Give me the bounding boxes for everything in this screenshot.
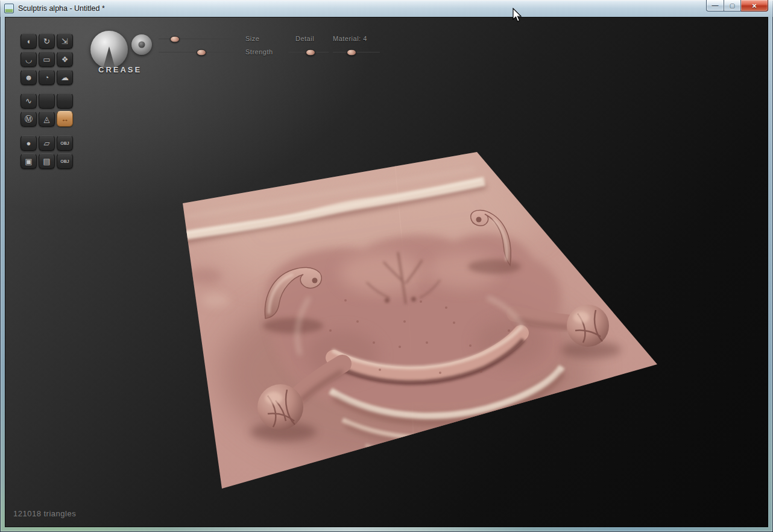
brush-preview-sphere[interactable]: [90, 31, 128, 68]
pinch-tool-icon: ◔: [45, 74, 49, 81]
open-button[interactable]: ▤: [39, 153, 55, 169]
option-b-button[interactable]: [57, 93, 73, 109]
strength-slider-handle[interactable]: [197, 49, 206, 56]
active-brush-label: CREASE: [98, 65, 142, 74]
save-button[interactable]: ▣: [21, 153, 37, 169]
reduce-brush-icon: ∿: [25, 97, 32, 105]
strength-slider[interactable]: [159, 49, 241, 56]
desktop-background: Sculptris alpha - Untitled * — ▢ ×: [0, 0, 773, 532]
smooth-tool-icon: ☁: [61, 74, 69, 81]
maximize-button[interactable]: ▢: [724, 0, 741, 11]
crease-notch-icon: [101, 46, 117, 67]
open-icon: ▤: [43, 157, 50, 165]
detail-label: Detail: [295, 35, 314, 42]
draw-tool-button[interactable]: ◖: [21, 33, 37, 49]
save-icon: ▣: [25, 157, 32, 165]
scale-tool-icon: ⇲: [62, 37, 68, 45]
size-slider-handle[interactable]: [170, 36, 180, 43]
grab-tool-icon: ❖: [62, 55, 69, 63]
rotate-tool-button[interactable]: ↻: [39, 33, 55, 49]
import-obj-button[interactable]: OBJ: [57, 135, 73, 151]
window-title: Sculptris alpha - Untitled *: [18, 0, 105, 17]
sculpt-tool-grid: ◖ ↻ ⇲ ◡ ▭ ❖ ☻ ◔ ☁: [21, 33, 73, 85]
flatten-tool-icon: ▭: [43, 55, 50, 63]
crease-tool-icon: ◡: [25, 55, 32, 63]
option-tool-grid: ∿ Ⓜ ◬ ↔: [21, 93, 73, 127]
reduce-brush-button[interactable]: ∿: [21, 93, 37, 109]
brush-alpha-sphere[interactable]: [131, 34, 152, 55]
size-label: Size: [245, 35, 259, 42]
inflate-tool-button[interactable]: ☻: [21, 69, 37, 85]
new-sphere-button[interactable]: ●: [21, 135, 37, 151]
wireframe-icon: ◬: [44, 115, 50, 123]
viewport-canvas[interactable]: ◖ ↻ ⇲ ◡ ▭ ❖ ☻ ◔ ☁ ∿ Ⓜ ◬ ↔ ● ▱ OB: [5, 17, 768, 527]
export-obj-icon: OBJ: [60, 159, 69, 163]
symmetry-button[interactable]: ↔: [57, 111, 73, 127]
maximize-icon: ▢: [730, 2, 735, 9]
strength-label: Strength: [245, 48, 273, 55]
new-plane-icon: ▱: [44, 139, 50, 147]
triangle-count-status: 121018 triangles: [13, 509, 76, 518]
app-window: Sculptris alpha - Untitled * — ▢ ×: [0, 0, 773, 532]
flatten-tool-button[interactable]: ▭: [39, 51, 55, 67]
scale-tool-button[interactable]: ⇲: [57, 33, 73, 49]
draw-tool-icon: ◖: [27, 37, 31, 45]
crease-tool-button[interactable]: ◡: [21, 51, 37, 67]
close-icon: ×: [752, 1, 757, 10]
file-tool-grid: ● ▱ OBJ ▣ ▤ OBJ: [21, 135, 73, 169]
mask-icon: Ⓜ: [25, 115, 33, 123]
grab-tool-button[interactable]: ❖: [57, 51, 73, 67]
wireframe-button[interactable]: ◬: [39, 111, 55, 127]
export-obj-button[interactable]: OBJ: [57, 153, 73, 169]
size-slider[interactable]: [159, 36, 241, 43]
detail-slider-handle[interactable]: [306, 49, 315, 56]
new-plane-button[interactable]: ▱: [39, 135, 55, 151]
window-controls: — ▢ ×: [706, 0, 768, 11]
material-label: Material: 4: [333, 35, 367, 42]
option-a-button[interactable]: [39, 93, 55, 109]
app-icon: [4, 4, 14, 13]
import-obj-icon: OBJ: [60, 141, 69, 145]
material-slider[interactable]: [333, 49, 380, 56]
inflate-tool-icon: ☻: [25, 74, 33, 81]
rotate-tool-icon: ↻: [43, 37, 50, 45]
pinch-tool-button[interactable]: ◔: [39, 69, 55, 85]
minimize-icon: —: [712, 2, 719, 9]
sculpture-3d-model: [5, 17, 768, 527]
symmetry-icon: ↔: [61, 115, 69, 123]
minimize-button[interactable]: —: [706, 0, 724, 11]
titlebar[interactable]: Sculptris alpha - Untitled * — ▢ ×: [0, 0, 773, 17]
mask-button[interactable]: Ⓜ: [21, 111, 37, 127]
alpha-dot-icon: [139, 42, 145, 48]
new-sphere-icon: ●: [27, 139, 31, 147]
material-slider-handle[interactable]: [347, 49, 356, 56]
detail-slider[interactable]: [288, 49, 329, 56]
close-button[interactable]: ×: [741, 0, 768, 11]
smooth-tool-button[interactable]: ☁: [57, 69, 73, 85]
